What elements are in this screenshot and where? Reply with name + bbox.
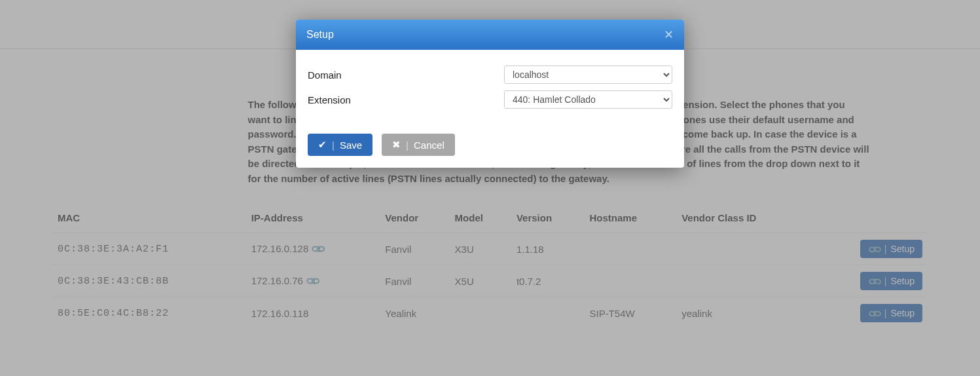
check-icon: ✔ (318, 139, 327, 151)
close-icon[interactable]: ✕ (664, 28, 674, 42)
modal-overlay: Setup ✕ Domain localhost Extension 440: … (0, 0, 980, 376)
cancel-button[interactable]: ✖ | Cancel (382, 134, 455, 156)
form-row-domain: Domain localhost (308, 66, 672, 84)
modal-title: Setup (306, 29, 334, 41)
modal-footer: ✔ | Save ✖ | Cancel (296, 122, 684, 168)
modal-header: Setup ✕ (296, 20, 684, 50)
x-icon: ✖ (392, 139, 401, 151)
separator: | (406, 140, 408, 151)
save-button[interactable]: ✔ | Save (308, 134, 372, 156)
domain-select[interactable]: localhost (504, 66, 672, 84)
modal-body: Domain localhost Extension 440: Hamlet C… (296, 50, 684, 122)
save-button-label: Save (340, 140, 362, 151)
extension-select[interactable]: 440: Hamlet Collado (504, 90, 672, 109)
setup-modal: Setup ✕ Domain localhost Extension 440: … (296, 20, 684, 168)
extension-label: Extension (308, 94, 504, 105)
form-row-extension: Extension 440: Hamlet Collado (308, 90, 672, 109)
domain-label: Domain (308, 69, 504, 81)
cancel-button-label: Cancel (414, 140, 445, 151)
separator: | (332, 140, 335, 151)
